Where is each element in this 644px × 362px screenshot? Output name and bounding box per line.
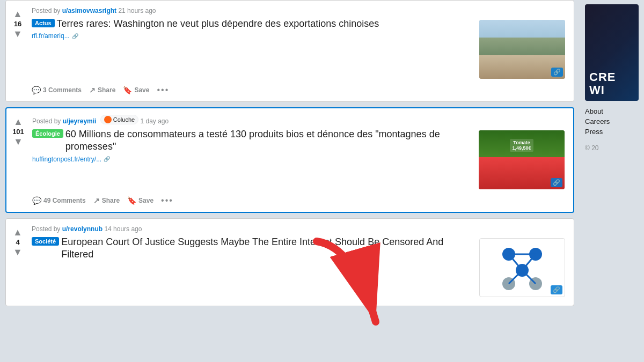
post-time: 21 hours ago xyxy=(118,7,156,14)
post-time: 1 day ago xyxy=(140,117,169,125)
post-title-row: Écologie 60 Millions de consommateurs a … xyxy=(32,128,474,153)
post-title[interactable]: 60 Millions de consommateurs a testé 130… xyxy=(65,128,474,153)
post-title-row: Actus Terres rares: Washington ne veut p… xyxy=(32,18,475,30)
post-text-area: Écologie 60 Millions de consommateurs a … xyxy=(32,128,474,166)
post-thumbnail: 🔗 xyxy=(479,238,565,297)
post-meta: Posted by u/asimovwasright 21 hours ago xyxy=(32,7,565,14)
upvote-button[interactable]: ▲ xyxy=(13,117,23,127)
share-label: Share xyxy=(98,86,115,94)
post-card: ▲ 101 ▼ Posted by u/jeyreymii Coluche 1 … xyxy=(5,107,574,213)
user-flair-avatar xyxy=(104,116,112,123)
post-flair[interactable]: Écologie xyxy=(32,129,63,138)
share-button[interactable]: ↗ Share xyxy=(93,196,120,205)
thumbnail-badge: 🔗 xyxy=(551,178,562,187)
about-link[interactable]: About xyxy=(585,107,639,115)
svg-line-9 xyxy=(522,270,536,284)
post-text-area: Société European Court Of Justice Sugges… xyxy=(32,236,475,263)
main-feed: ▲ 16 ▼ Posted by u/asimovwasright 21 hou… xyxy=(0,0,580,362)
post-flair[interactable]: Société xyxy=(32,237,59,246)
comments-button[interactable]: 💬 3 Comments xyxy=(32,86,82,94)
svg-line-8 xyxy=(509,270,522,284)
share-label: Share xyxy=(102,197,120,204)
vote-column: ▲ 101 ▼ xyxy=(6,113,30,208)
posted-by-label: Posted by xyxy=(32,225,60,233)
post-flair[interactable]: Actus xyxy=(32,19,55,27)
post-link[interactable]: huffingtonpost.fr/entry/... 🔗 xyxy=(32,156,474,163)
external-link-icon: 🔗 xyxy=(72,33,78,39)
post-title[interactable]: European Court Of Justice Suggests Maybe… xyxy=(61,236,475,261)
bookmark-icon: 🔖 xyxy=(127,196,136,205)
network-diagram-icon xyxy=(495,243,549,292)
post-title-row: Société European Court Of Justice Sugges… xyxy=(32,236,475,261)
post-content-row: Actus Terres rares: Washington ne veut p… xyxy=(32,18,565,81)
post-thumbnail: Tomate1,49,50€ 🔗 xyxy=(479,130,565,189)
svg-line-6 xyxy=(509,254,522,270)
share-icon: ↗ xyxy=(93,196,100,205)
external-link-icon: 🔗 xyxy=(104,156,110,162)
author-link[interactable]: u/jeyreymii xyxy=(63,117,97,125)
post-meta: Posted by u/jeyreymii Coluche 1 day ago xyxy=(32,115,565,125)
downvote-button[interactable]: ▼ xyxy=(13,29,23,39)
post-thumbnail: 🔗 xyxy=(479,20,565,79)
post-card: ▲ 4 ▼ Posted by u/revolynnub 14 hours ag… xyxy=(5,218,574,306)
user-flair-badge: Coluche xyxy=(100,115,138,124)
bookmark-icon: 🔖 xyxy=(123,86,132,94)
more-options-button[interactable]: ••• xyxy=(157,85,169,95)
press-link[interactable]: Press xyxy=(585,128,639,136)
share-icon: ↗ xyxy=(89,86,96,94)
svg-line-7 xyxy=(522,254,536,270)
post-actions: 💬 49 Comments ↗ Share 🔖 Save ••• xyxy=(32,196,565,205)
author-link[interactable]: u/asimovwasright xyxy=(62,7,116,14)
vote-count: 101 xyxy=(12,128,24,136)
post-content-row: Société European Court Of Justice Sugges… xyxy=(32,236,565,299)
post-actions: 💬 3 Comments ↗ Share 🔖 Save ••• xyxy=(32,85,565,95)
post-body: Posted by u/asimovwasright 21 hours ago … xyxy=(30,5,569,97)
save-label: Save xyxy=(138,197,153,204)
author-link[interactable]: u/revolynnub xyxy=(62,225,103,233)
comments-icon: 💬 xyxy=(32,196,41,205)
vote-column: ▲ 4 ▼ xyxy=(6,223,30,301)
post-link[interactable]: rfi.fr/ameriq... 🔗 xyxy=(32,32,475,40)
more-options-button[interactable]: ••• xyxy=(161,196,173,205)
sidebar-right: CREWI About Careers Press © 20 xyxy=(580,0,644,362)
upvote-button[interactable]: ▲ xyxy=(13,227,23,237)
save-button[interactable]: 🔖 Save xyxy=(127,196,153,205)
post-body: Posted by u/revolynnub 14 hours ago Soci… xyxy=(30,223,569,301)
downvote-button[interactable]: ▼ xyxy=(13,247,23,257)
user-flair-label: Coluche xyxy=(113,116,135,123)
copyright-text: © 20 xyxy=(585,144,639,152)
post-content-row: Écologie 60 Millions de consommateurs a … xyxy=(32,128,565,191)
vote-count: 16 xyxy=(14,20,21,28)
promo-text: CREWI xyxy=(589,71,616,97)
save-button[interactable]: 🔖 Save xyxy=(123,86,149,94)
thumbnail-badge: 🔗 xyxy=(551,285,562,294)
comments-label: 3 Comments xyxy=(43,86,82,94)
careers-link[interactable]: Careers xyxy=(585,117,639,125)
post-text-area: Actus Terres rares: Washington ne veut p… xyxy=(32,18,475,43)
sidebar-links: About Careers Press xyxy=(585,107,639,136)
posted-by-label: Posted by xyxy=(32,117,61,125)
vote-count: 4 xyxy=(16,238,19,246)
upvote-button[interactable]: ▲ xyxy=(13,9,23,19)
share-button[interactable]: ↗ Share xyxy=(89,86,115,94)
thumbnail-badge: 🔗 xyxy=(551,68,563,77)
promo-box[interactable]: CREWI xyxy=(585,4,639,101)
vote-column: ▲ 16 ▼ xyxy=(6,5,30,97)
posted-by-label: Posted by xyxy=(32,7,60,14)
save-label: Save xyxy=(134,86,149,94)
post-body: Posted by u/jeyreymii Coluche 1 day ago … xyxy=(30,113,569,208)
downvote-button[interactable]: ▼ xyxy=(13,137,23,146)
comments-label: 49 Comments xyxy=(43,197,86,204)
comments-button[interactable]: 💬 49 Comments xyxy=(32,196,86,205)
post-time: 14 hours ago xyxy=(104,225,142,233)
post-title[interactable]: Terres rares: Washington ne veut plus dé… xyxy=(57,18,475,30)
post-meta: Posted by u/revolynnub 14 hours ago xyxy=(32,225,565,233)
post-card: ▲ 16 ▼ Posted by u/asimovwasright 21 hou… xyxy=(5,0,574,102)
comments-icon: 💬 xyxy=(32,86,41,94)
